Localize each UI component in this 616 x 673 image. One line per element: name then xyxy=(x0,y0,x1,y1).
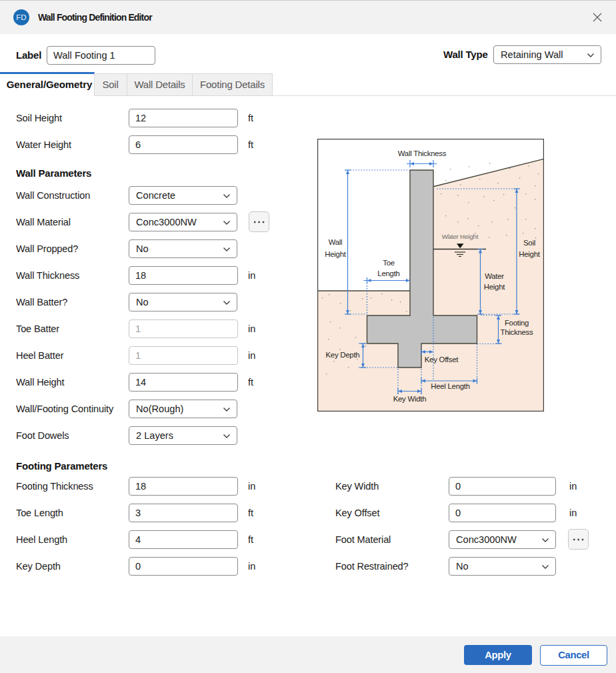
svg-text:Toe: Toe xyxy=(383,259,395,267)
svg-text:Soil: Soil xyxy=(523,239,535,247)
svg-text:Water Height: Water Height xyxy=(442,233,479,240)
svg-text:Height: Height xyxy=(325,250,347,258)
svg-text:Key Offset: Key Offset xyxy=(425,356,459,364)
svg-text:Key Depth: Key Depth xyxy=(326,351,360,359)
svg-text:Wall: Wall xyxy=(329,238,343,246)
svg-text:Wall Thickness: Wall Thickness xyxy=(398,149,447,157)
svg-text:Length: Length xyxy=(377,269,399,277)
svg-text:Height: Height xyxy=(519,250,541,258)
svg-text:Footing: Footing xyxy=(505,319,529,327)
svg-text:Height: Height xyxy=(484,283,506,291)
svg-text:Key Width: Key Width xyxy=(393,395,427,403)
svg-text:Thickness: Thickness xyxy=(500,328,533,336)
svg-text:Heel Length: Heel Length xyxy=(431,382,470,390)
svg-text:Water: Water xyxy=(485,272,504,280)
